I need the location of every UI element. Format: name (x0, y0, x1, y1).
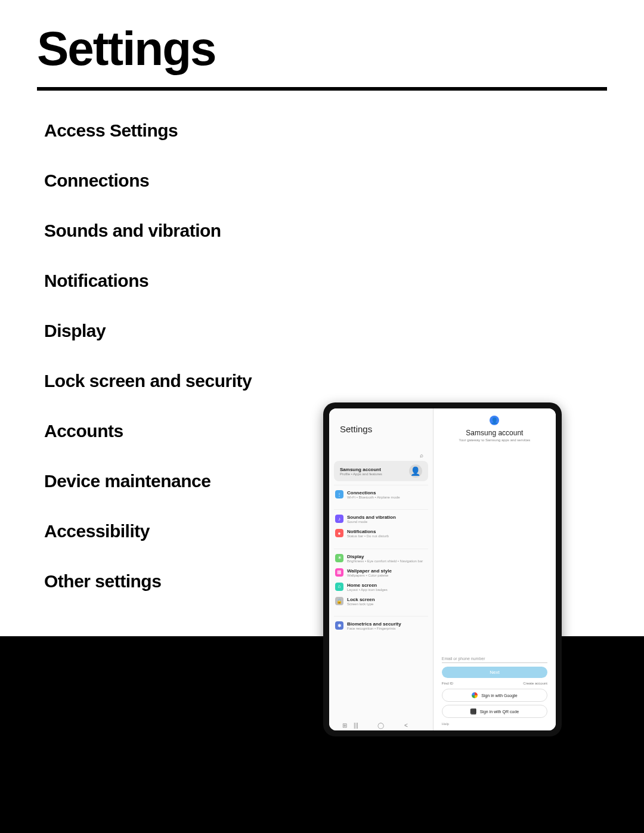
toc-item[interactable]: Lock screen and security (44, 371, 644, 391)
settings-row-connections[interactable]: ⋮ Connections Wi-Fi • Bluetooth • Airpla… (334, 488, 428, 502)
settings-row-lockscreen[interactable]: 🔒 Lock screen Screen lock type (334, 594, 428, 609)
tablet-screen: Settings ⌕ Samsung account Profile • App… (329, 408, 556, 730)
row-sub: Brightness • Eye comfort shield • Naviga… (347, 559, 427, 563)
settings-left-pane: Settings ⌕ Samsung account Profile • App… (329, 408, 434, 730)
settings-group: ☀ Display Brightness • Eye comfort shiel… (334, 549, 428, 609)
next-button[interactable]: Next (442, 667, 547, 678)
toc-item[interactable]: Display (44, 321, 644, 341)
avatar-icon: 👤 (409, 465, 422, 478)
row-sub: Sound mode (347, 520, 427, 524)
row-title: Notifications (347, 529, 427, 534)
display-icon: ☀ (335, 554, 343, 562)
toc-item[interactable]: Connections (44, 171, 644, 191)
right-title: Samsung account (442, 429, 547, 437)
email-field[interactable]: Email or phone number (442, 655, 547, 663)
row-sub: Screen lock type (347, 602, 427, 606)
row-title: Display (347, 554, 427, 559)
row-title: Sounds and vibration (347, 515, 427, 520)
qr-signin-label: Sign in with QR code (480, 710, 519, 714)
samsung-account-row[interactable]: Samsung account Profile • Apps and featu… (334, 461, 428, 481)
settings-heading: Settings (340, 424, 433, 434)
find-id-link[interactable]: Find ID (442, 682, 453, 685)
row-title: Lock screen (347, 597, 427, 602)
qr-signin-button[interactable]: Sign in with QR code (442, 705, 547, 718)
toc-item[interactable]: Notifications (44, 271, 644, 291)
recents-button[interactable]: ||| (343, 722, 369, 729)
biometrics-icon: ✱ (335, 621, 343, 630)
google-icon (472, 692, 478, 698)
google-signin-button[interactable]: Sign in with Google (442, 689, 547, 702)
home-button[interactable]: ◯ (369, 722, 394, 729)
create-account-link[interactable]: Create account (523, 682, 547, 685)
samsung-account-sub: Profile • Apps and features (340, 472, 409, 476)
row-sub: Layout • App icon badges (347, 588, 427, 592)
back-button[interactable]: < (394, 722, 419, 729)
settings-group: ✱ Biometrics and security Face recogniti… (334, 616, 428, 633)
settings-row-home[interactable]: ⌂ Home screen Layout • App icon badges (334, 580, 428, 594)
toc-item[interactable]: Access Settings (44, 120, 644, 141)
search-icon[interactable]: ⌕ (420, 452, 423, 459)
row-sub: Status bar • Do not disturb (347, 534, 427, 538)
row-sub: Wi-Fi • Bluetooth • Airplane mode (347, 496, 427, 500)
account-icon: 👤 (490, 416, 499, 425)
samsung-account-title: Samsung account (340, 467, 409, 472)
notifications-icon: ● (335, 529, 343, 537)
settings-group: ⋮ Connections Wi-Fi • Bluetooth • Airpla… (334, 485, 428, 502)
row-sub: Face recognition • Fingerprints (347, 627, 427, 631)
android-navbar: ⊞ ||| ◯ < (329, 720, 433, 730)
settings-group: ♪ Sounds and vibration Sound mode ● Noti… (334, 509, 428, 541)
settings-row-biometrics[interactable]: ✱ Biometrics and security Face recogniti… (334, 619, 428, 633)
settings-row-wallpaper[interactable]: ▦ Wallpaper and style Wallpapers • Color… (334, 566, 428, 580)
tablet-frame: Settings ⌕ Samsung account Profile • App… (323, 402, 562, 736)
toc-item[interactable]: Sounds and vibration (44, 221, 644, 241)
wallpaper-icon: ▦ (335, 568, 343, 577)
connections-icon: ⋮ (335, 490, 343, 498)
home-icon: ⌂ (335, 583, 343, 591)
title-rule (37, 87, 607, 91)
row-title: Wallpaper and style (347, 568, 427, 574)
settings-right-pane: 👤 Samsung account Your gateway to Samsun… (434, 408, 556, 730)
qr-icon (470, 708, 476, 714)
google-signin-label: Sign in with Google (481, 693, 517, 698)
settings-row-display[interactable]: ☀ Display Brightness • Eye comfort shiel… (334, 552, 428, 566)
settings-row-notifications[interactable]: ● Notifications Status bar • Do not dist… (334, 527, 428, 541)
row-sub: Wallpapers • Color palette (347, 574, 427, 578)
settings-row-sounds[interactable]: ♪ Sounds and vibration Sound mode (334, 512, 428, 527)
row-title: Connections (347, 490, 427, 496)
row-title: Biometrics and security (347, 621, 427, 627)
page-title: Settings (37, 21, 644, 76)
sounds-icon: ♪ (335, 515, 343, 523)
row-title: Home screen (347, 583, 427, 588)
help-link[interactable]: Help (442, 722, 547, 726)
tray-icon[interactable]: ⊞ (342, 722, 347, 729)
lock-icon: 🔒 (335, 597, 343, 605)
